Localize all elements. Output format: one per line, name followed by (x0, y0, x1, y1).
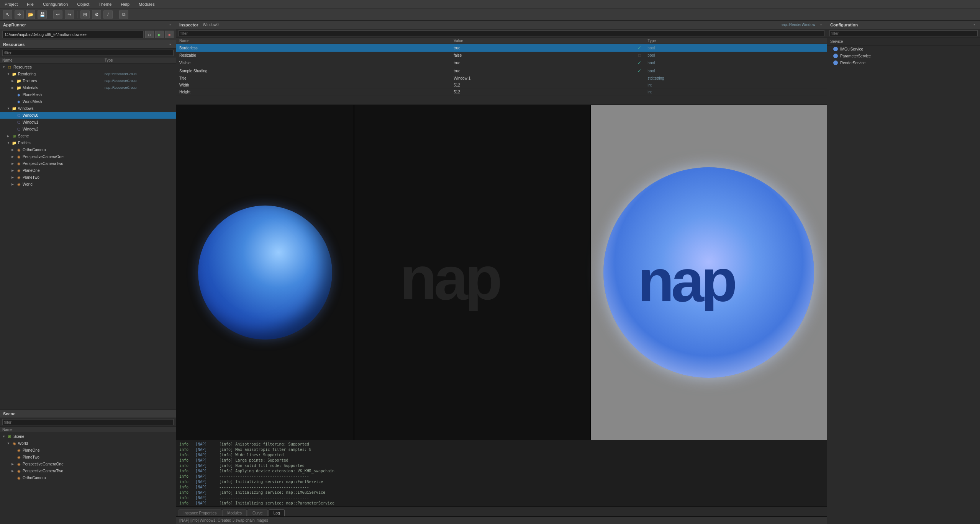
inspector-prop-check[interactable]: □ (634, 52, 644, 59)
scene-tree-scene[interactable]: ▼ ⊞ Scene (0, 433, 176, 440)
apprunner-path-input[interactable] (2, 31, 144, 38)
scene-tree-perspcam2[interactable]: ▶ ◉ PerspectiveCameraTwo (0, 467, 176, 474)
menu-object[interactable]: Object (75, 1, 91, 7)
apprunner-stop-button[interactable]: ■ (165, 31, 174, 38)
open-button[interactable]: 📂 (26, 10, 35, 19)
scene-tree-orthocam[interactable]: ◉ OrthoCamera (0, 474, 176, 481)
viewport-middle[interactable]: nap (354, 105, 591, 440)
tree-item-planetwo[interactable]: ▶ ◉ PlaneTwo (0, 174, 176, 181)
inspector-row-width[interactable]: Width512int (176, 82, 827, 89)
tree-item-world[interactable]: ▶ ◉ World (0, 181, 176, 188)
undo-button[interactable]: ↩ (53, 10, 62, 19)
slash-button[interactable]: / (103, 10, 113, 19)
scene-tree-perspcam1[interactable]: ▶ ◉ PerspectiveCameraOne (0, 460, 176, 467)
menu-modules[interactable]: Modules (137, 1, 156, 7)
tree-item-textures[interactable]: ▶ 📁 Textures nap::ResourceGroup (0, 77, 176, 84)
snap-button[interactable]: ⊞ (80, 10, 90, 19)
tree-item-entities[interactable]: ▼ 📁 Entities (0, 139, 176, 146)
scene-filter-row (0, 418, 176, 427)
config-service-parameterservice[interactable]: ParameterService (827, 52, 980, 59)
external-button[interactable]: ⧉ (119, 10, 128, 19)
config-close-button[interactable]: ▪ (972, 22, 977, 28)
save-button[interactable]: 💾 (38, 10, 47, 19)
folder-icon: □ (7, 64, 12, 70)
inspector-row-borderless[interactable]: Borderlesstrue✓bool (176, 44, 827, 52)
folder-windows-icon: 📁 (11, 106, 17, 111)
log-entry: info[NAP][info] Anisotropic filtering: S… (179, 442, 824, 447)
expand-planetwo-icon: ▶ (11, 176, 16, 179)
tree-item-window2[interactable]: ⬡ Window2 (0, 126, 176, 132)
scene-tree-planetwo[interactable]: ◉ PlaneTwo (0, 454, 176, 460)
inspector-prop-value[interactable]: true (451, 67, 634, 75)
inspector-prop-value[interactable]: false (451, 52, 634, 59)
log-source: [NAP] (195, 495, 215, 501)
config-filter-input[interactable] (829, 30, 978, 36)
inspector-prop-value[interactable]: Window 1 (451, 75, 634, 82)
inspector-prop-check[interactable]: ✓ (634, 59, 644, 67)
resource-planemesh-icon: ◆ (16, 92, 21, 97)
inspector-prop-value[interactable]: 512 (451, 82, 634, 89)
inspector-row-title[interactable]: TitleWindow 1std::string (176, 75, 827, 82)
tree-item-windows[interactable]: ▼ 📁 Windows (0, 105, 176, 112)
resources-filter-input[interactable] (2, 50, 174, 56)
inspector-prop-check[interactable] (634, 75, 644, 82)
inspector-prop-value[interactable]: true (451, 59, 634, 67)
resources-close-button[interactable]: ▪ (167, 42, 173, 47)
resources-col-type: Type (105, 58, 174, 62)
tree-item-orthocamera[interactable]: ▶ ◉ OrthoCamera (0, 146, 176, 153)
inspector-row-sample-shading[interactable]: Sample Shadingtrue✓bool (176, 67, 827, 75)
tree-label-windows: Windows (18, 106, 34, 111)
apprunner-clear-button[interactable]: □ (145, 31, 154, 38)
tree-item-planemesh[interactable]: ◆ PlaneMesh (0, 91, 176, 98)
scene-tree-planeone[interactable]: ◉ PlaneOne (0, 447, 176, 454)
tree-item-rendering[interactable]: ▼ 📁 Rendering nap::ResourceGroup (0, 70, 176, 77)
inspector-row-resizable[interactable]: Resizablefalse□bool (176, 52, 827, 59)
scene-tree-world[interactable]: ▼ ◉ World (0, 440, 176, 447)
tree-item-scene[interactable]: ▶ ⊞ Scene (0, 132, 176, 139)
scene-filter-input[interactable] (2, 419, 174, 425)
inspector-row-visible[interactable]: Visibletrue✓bool (176, 59, 827, 67)
inspector-prop-check[interactable] (634, 89, 644, 96)
inspector-prop-check[interactable]: ✓ (634, 67, 644, 75)
log-message: [info] Initializing service: nap::IMGuiS… (219, 490, 325, 495)
tab-instance-properties[interactable]: Instance Properties (179, 509, 221, 516)
menu-theme[interactable]: Theme (97, 1, 113, 7)
menu-configuration[interactable]: Configuration (41, 1, 69, 7)
config-service-renderservice[interactable]: RenderService (827, 59, 980, 66)
move-tool-button[interactable]: ✛ (15, 10, 24, 19)
menu-file[interactable]: File (25, 1, 35, 7)
inspector-row-height[interactable]: Height512int (176, 89, 827, 96)
apprunner-close-button[interactable]: ▪ (167, 22, 173, 28)
inspector-prop-check[interactable] (634, 82, 644, 89)
tree-item-window1[interactable]: ⬡ Window1 (0, 119, 176, 126)
tree-item-materials[interactable]: ▶ 📁 Materials nap::ResourceGroup (0, 84, 176, 91)
tab-modules[interactable]: Modules (222, 509, 247, 516)
apprunner-play-button[interactable]: ▶ (155, 31, 164, 38)
log-level: info (179, 495, 191, 501)
settings-button[interactable]: ⚙ (92, 10, 101, 19)
log-entry: info[NAP]-------------------------------… (179, 485, 824, 490)
inspector-filter-input[interactable] (179, 30, 824, 36)
check-icon: ✓ (637, 68, 641, 73)
tree-item-perspcam2[interactable]: ▶ ◉ PerspectiveCameraTwo (0, 160, 176, 167)
tab-curve[interactable]: Curve (247, 509, 268, 516)
cursor-tool-button[interactable]: ↖ (3, 10, 12, 19)
tree-item-resources[interactable]: ▼ □ Resources (0, 64, 176, 70)
menu-help[interactable]: Help (119, 1, 131, 7)
menu-project[interactable]: Project (3, 1, 19, 7)
inspector-prop-check[interactable]: ✓ (634, 44, 644, 52)
tab-log[interactable]: Log (269, 509, 285, 516)
inspector-prop-value[interactable]: true (451, 44, 634, 52)
tree-item-worldmesh[interactable]: ◆ WorldMesh (0, 98, 176, 105)
tree-item-window0[interactable]: ⬡ Window0 (0, 112, 176, 119)
inspector-panel: Inspector Window0 nap::RenderWindow ▪ Na… (176, 21, 827, 105)
viewport-left[interactable] (176, 105, 354, 440)
tree-item-perspcam1[interactable]: ▶ ◉ PerspectiveCameraOne (0, 153, 176, 160)
redo-button[interactable]: ↪ (65, 10, 74, 19)
viewport-right[interactable]: nap (591, 105, 827, 440)
tree-item-planeone[interactable]: ▶ ◉ PlaneOne (0, 167, 176, 174)
config-service-imguiservice[interactable]: IMGuiService (827, 46, 980, 52)
inspector-prop-value[interactable]: 512 (451, 89, 634, 96)
config-panel: Configuration ▪ Service IMGuiService Par… (827, 21, 980, 524)
inspector-close-button[interactable]: ▪ (818, 22, 824, 28)
